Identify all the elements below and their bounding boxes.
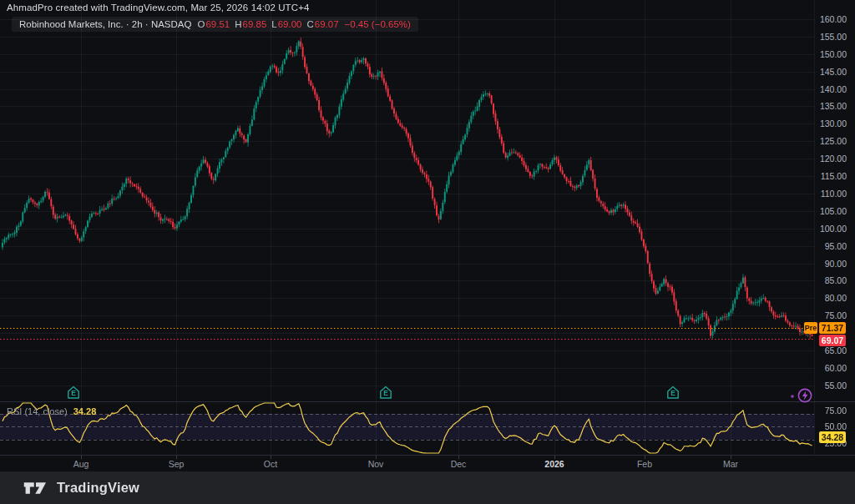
price-tick-label: 75.00 <box>825 310 847 320</box>
ohlc-values: O69.51 H69.85 L69.00 C69.07 <box>197 19 338 29</box>
tradingview-snapshot: AhmadPro created with TradingView.com, M… <box>0 0 855 504</box>
earnings-icon[interactable]: E <box>379 386 392 400</box>
time-tick-mark <box>554 456 555 459</box>
rsi-title: RSI (14, close) <box>7 406 68 416</box>
premarket-chip: Pre <box>804 322 817 334</box>
tradingview-logo-text: TradingView <box>57 480 139 496</box>
svg-text:E: E <box>383 389 388 397</box>
open-value: 69.51 <box>205 19 230 29</box>
candlestick-chart-canvas[interactable] <box>0 0 814 401</box>
price-tick-label: 130.00 <box>820 118 847 129</box>
price-tick-label: 160.00 <box>820 14 847 24</box>
rsi-value: 34.28 <box>73 406 97 416</box>
price-tick-label: 110.00 <box>821 189 847 199</box>
time-axis[interactable]: AugSepOctNovDec2026FebMar <box>0 455 855 472</box>
price-tick-label: 155.00 <box>820 32 847 42</box>
attribution-text: AhmadPro created with TradingView.com, M… <box>7 3 309 13</box>
rsi-value-badge: 34.28 <box>819 431 846 443</box>
open-label: O <box>197 19 205 29</box>
price-tick-label: 115.00 <box>821 171 847 181</box>
time-tick-label: Feb <box>626 459 663 469</box>
price-tick-label: 80.00 <box>825 293 847 303</box>
rsi-chart-canvas[interactable] <box>0 401 814 455</box>
price-tick-label: 90.00 <box>825 259 847 269</box>
rsi-tick-label: 75.00 <box>825 406 847 416</box>
close-label: C <box>306 19 313 29</box>
time-tick-label: Nov <box>357 459 394 469</box>
time-tick-mark <box>376 456 377 459</box>
time-tick-label: Dec <box>440 459 477 469</box>
close-value: 69.07 <box>315 19 339 29</box>
rsi-tick-label: 50.00 <box>825 421 847 431</box>
low-label: L <box>271 19 276 29</box>
premarket-price-badge: 71.37 <box>819 322 846 334</box>
time-tick-label: Sep <box>158 459 195 469</box>
price-tick-label: 125.00 <box>820 136 847 146</box>
svg-text:E: E <box>71 389 76 397</box>
price-tick-label: 120.00 <box>820 154 847 164</box>
svg-text:E: E <box>670 389 675 397</box>
symbol-legend[interactable]: Robinhood Markets, Inc. · 2h · NASDAQ O6… <box>12 17 418 32</box>
high-label: H <box>235 19 241 29</box>
price-tick-label: 60.00 <box>825 363 847 373</box>
price-tick-label: 135.00 <box>820 101 847 111</box>
price-tick-label: 100.00 <box>820 224 847 234</box>
time-tick-label: 2026 <box>536 459 573 469</box>
time-tick-mark <box>81 456 82 459</box>
time-tick-mark <box>645 456 645 459</box>
time-tick-mark <box>271 456 271 459</box>
price-tick-label: 85.00 <box>825 275 847 285</box>
earnings-icon[interactable]: E <box>666 386 680 400</box>
time-tick-mark <box>731 456 731 459</box>
tradingview-logo-icon <box>23 479 48 497</box>
last-price-badge: 69.07 <box>819 335 846 346</box>
price-tick-label: 55.00 <box>825 381 847 391</box>
rsi-axis[interactable]: 75.0050.0025.00 <box>814 401 855 455</box>
low-value: 69.00 <box>278 19 302 29</box>
lightning-icon[interactable] <box>786 386 816 406</box>
price-tick-label: 95.00 <box>825 241 847 251</box>
high-value: 69.85 <box>243 19 267 29</box>
change-value: −0.45 (−0.65%) <box>345 19 411 29</box>
price-tick-label: 105.00 <box>820 206 847 216</box>
footer-bar: TradingView <box>0 471 855 504</box>
price-tick-label: 140.00 <box>820 84 847 94</box>
time-tick-label: Mar <box>712 459 749 469</box>
price-tick-label: 65.00 <box>825 345 847 355</box>
symbol-title: Robinhood Markets, Inc. · 2h · NASDAQ <box>19 19 191 29</box>
pane-separator[interactable] <box>0 401 855 402</box>
price-tick-label: 145.00 <box>820 67 847 77</box>
price-tick-label: 150.00 <box>820 49 847 59</box>
earnings-icon[interactable]: E <box>67 386 80 400</box>
time-tick-mark <box>176 456 177 459</box>
rsi-legend[interactable]: RSI (14, close) 34.28 <box>7 406 96 416</box>
time-tick-label: Oct <box>252 459 289 469</box>
tradingview-logo[interactable]: TradingView <box>23 479 139 497</box>
time-tick-label: Aug <box>63 459 99 469</box>
time-tick-mark <box>458 456 459 459</box>
